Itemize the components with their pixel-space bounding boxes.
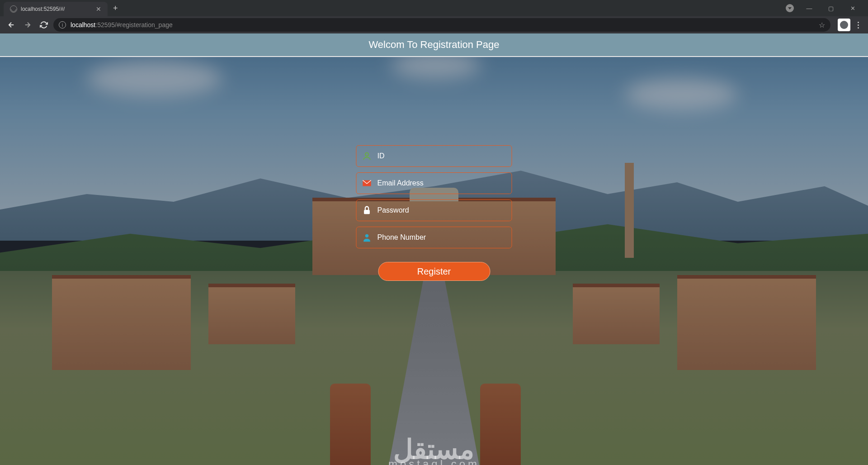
- id-label: ID: [377, 152, 506, 160]
- registration-form: ID Email Address Password: [356, 145, 512, 281]
- password-label: Password: [377, 206, 506, 214]
- maximize-button[interactable]: ▢: [821, 1, 841, 15]
- page-content: ID Email Address Password: [0, 57, 868, 465]
- minimize-button[interactable]: —: [799, 1, 819, 15]
- email-icon: [362, 178, 372, 188]
- register-button[interactable]: Register: [378, 262, 490, 281]
- close-window-button[interactable]: ✕: [843, 1, 863, 15]
- account-dropdown-icon[interactable]: [786, 4, 794, 12]
- password-field[interactable]: Password: [356, 199, 512, 221]
- id-field[interactable]: ID: [356, 145, 512, 167]
- bookmark-star-icon[interactable]: ☆: [819, 21, 825, 29]
- back-button[interactable]: [5, 18, 18, 32]
- email-field[interactable]: Email Address: [356, 172, 512, 194]
- tab-strip: localhost:52595/#/ ✕ +: [0, 0, 123, 16]
- window-controls: — ▢ ✕: [786, 1, 868, 15]
- phone-field[interactable]: Phone Number: [356, 227, 512, 248]
- person-fill-icon: [362, 232, 372, 242]
- tab-title: localhost:52595/#/: [21, 6, 65, 12]
- address-bar[interactable]: i localhost:52595/#registeration_page ☆: [53, 18, 830, 32]
- page-title: Welcom To Registration Page: [369, 39, 500, 51]
- browser-menu-button[interactable]: [853, 22, 863, 28]
- person-icon: [362, 151, 372, 161]
- profile-button[interactable]: [838, 19, 850, 31]
- svg-point-0: [365, 153, 368, 156]
- close-tab-icon[interactable]: ✕: [96, 5, 101, 13]
- url-text: localhost:52595/#registeration_page: [71, 21, 173, 28]
- site-info-icon[interactable]: i: [59, 21, 66, 28]
- forward-button[interactable]: [21, 18, 34, 32]
- watermark-english: mostaql.com: [388, 458, 480, 465]
- browser-tab-active[interactable]: localhost:52595/#/ ✕: [4, 2, 108, 16]
- address-bar-actions: ☆: [819, 21, 825, 29]
- reload-button[interactable]: [37, 18, 51, 32]
- page-header: Welcom To Registration Page: [0, 33, 868, 57]
- phone-label: Phone Number: [377, 233, 506, 242]
- page-viewport: Welcom To Registration Page ID Email Add…: [0, 33, 868, 465]
- svg-rect-1: [364, 210, 370, 214]
- email-label: Email Address: [377, 179, 506, 187]
- browser-toolbar: i localhost:52595/#registeration_page ☆: [0, 16, 868, 33]
- svg-point-2: [365, 234, 368, 237]
- window-titlebar: localhost:52595/#/ ✕ + — ▢ ✕: [0, 0, 868, 16]
- lock-icon: [362, 205, 372, 215]
- watermark: مستقل mostaql.com: [388, 433, 480, 465]
- new-tab-button[interactable]: +: [108, 4, 123, 13]
- globe-icon: [10, 5, 17, 13]
